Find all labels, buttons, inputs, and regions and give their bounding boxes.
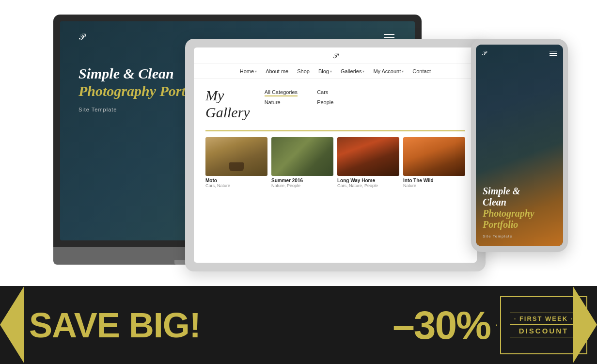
- tablet-screen: 𝒫 Home▾ About me Shop Blog▾ Galleries▾ M…: [194, 47, 477, 263]
- thumb-longway[interactable]: [337, 137, 399, 176]
- gallery-item-1: Moto Cars, Nature: [205, 137, 267, 257]
- category-all[interactable]: All Categories: [265, 89, 298, 96]
- thumb-longway-title: Long Way Home: [337, 178, 399, 183]
- tablet-categories: All Categories Cars Nature People: [265, 89, 350, 105]
- banner-right-section: –30% · FIRST WEEK · DISCOUNT: [393, 296, 597, 354]
- banner-fw-top-line: [510, 313, 578, 313]
- nav-galleries[interactable]: Galleries▾: [341, 68, 364, 74]
- phone-screen: 𝒫 Simple & Clean Photography Portfolio S…: [476, 45, 563, 246]
- tablet-gallery-header: My Gallery All Categories Cars Nature Pe…: [205, 87, 465, 121]
- laptop-site-template: Site Template: [79, 107, 186, 112]
- phone-top-bar: 𝒫: [476, 45, 563, 62]
- tablet-outer: 𝒫 Home▾ About me Shop Blog▾ Galleries▾ M…: [185, 39, 486, 271]
- phone-site-template: Site Template: [483, 234, 556, 238]
- nav-shop[interactable]: Shop: [297, 68, 310, 74]
- banner-discount: –30%: [393, 305, 490, 345]
- thumb-moto-tags: Cars, Nature: [205, 183, 267, 188]
- category-people[interactable]: People: [317, 99, 350, 105]
- laptop-headline-line1: Simple & Clean: [79, 65, 174, 81]
- tablet-body: My Gallery All Categories Cars Nature Pe…: [194, 79, 477, 263]
- phone-headline-line3: Photography: [483, 208, 534, 219]
- banner-first-week-text: · FIRST WEEK ·: [514, 315, 574, 322]
- nav-home[interactable]: Home▾: [240, 68, 257, 74]
- banner-discount-label: DISCOUNT: [519, 327, 568, 335]
- tablet-logo: 𝒫: [333, 52, 338, 60]
- thumb-wild-title: Into The Wild: [403, 178, 465, 183]
- thumb-summer-title: Summer 2016: [271, 178, 333, 183]
- banner-save-big: SAVE BIG!: [0, 308, 201, 343]
- tablet-grid: Moto Cars, Nature Summer 2016 Nature, Pe…: [205, 137, 465, 257]
- thumb-moto-title: Moto: [205, 178, 267, 183]
- phone-logo: 𝒫: [482, 49, 486, 57]
- phone-headline-line4: Portfolio: [483, 219, 518, 230]
- thumb-longway-info: Long Way Home Cars, Nature, People: [337, 178, 399, 188]
- tablet-nav: Home▾ About me Shop Blog▾ Galleries▾ My …: [194, 63, 477, 79]
- laptop-headline: Simple & Clean Photography Port Site Tem…: [79, 65, 186, 112]
- nav-blog[interactable]: Blog▾: [318, 68, 332, 74]
- nav-about[interactable]: About me: [266, 68, 288, 74]
- nav-contact[interactable]: Contact: [412, 68, 431, 74]
- phone-headline-line1: Simple &: [483, 186, 520, 196]
- tablet-top-bar: 𝒫: [194, 47, 477, 63]
- tablet-gallery-title: My Gallery: [205, 87, 250, 121]
- laptop-headline-line2: Photography Port: [79, 83, 186, 99]
- thumb-summer[interactable]: [271, 137, 333, 176]
- phone-hamburger-icon: [550, 51, 557, 56]
- phone-headline: Simple & Clean Photography Portfolio Sit…: [483, 186, 556, 238]
- thumb-moto[interactable]: [205, 137, 267, 176]
- phone-outer: 𝒫 Simple & Clean Photography Portfolio S…: [471, 39, 568, 252]
- laptop-logo: 𝒫: [79, 32, 85, 42]
- gallery-item-4: Into The Wild Nature: [403, 137, 465, 257]
- top-section: 𝒫 Simple & Clean Photography Port Site T…: [0, 0, 597, 286]
- thumb-wild-info: Into The Wild Nature: [403, 178, 465, 188]
- gallery-item-3: Long Way Home Cars, Nature, People: [337, 137, 399, 257]
- banner-right-arrow: [573, 286, 597, 364]
- thumb-wild[interactable]: [403, 137, 465, 176]
- thumb-summer-info: Summer 2016 Nature, People: [271, 178, 333, 188]
- thumb-moto-info: Moto Cars, Nature: [205, 178, 267, 188]
- thumb-wild-tags: Nature: [403, 183, 465, 188]
- tablet-mockup: 𝒫 Home▾ About me Shop Blog▾ Galleries▾ M…: [185, 39, 486, 271]
- bottom-banner: SAVE BIG! –30% · FIRST WEEK · DISCOUNT: [0, 286, 597, 364]
- nav-myaccount[interactable]: My Account▾: [373, 68, 404, 74]
- category-nature[interactable]: Nature: [265, 99, 298, 105]
- gallery-item-2: Summer 2016 Nature, People: [271, 137, 333, 257]
- phone-content: Simple & Clean Photography Portfolio Sit…: [476, 62, 563, 246]
- phone-mockup: 𝒫 Simple & Clean Photography Portfolio S…: [471, 39, 568, 252]
- banner-left-arrow: [0, 286, 24, 364]
- thumb-longway-tags: Cars, Nature, People: [337, 183, 399, 188]
- tablet-divider: [205, 130, 465, 131]
- banner-fw-mid-line: [510, 324, 578, 325]
- phone-headline-line2: Clean: [483, 197, 506, 207]
- category-cars[interactable]: Cars: [317, 89, 350, 96]
- thumb-summer-tags: Nature, People: [271, 183, 333, 188]
- banner-fw-bottom-line: [510, 337, 578, 337]
